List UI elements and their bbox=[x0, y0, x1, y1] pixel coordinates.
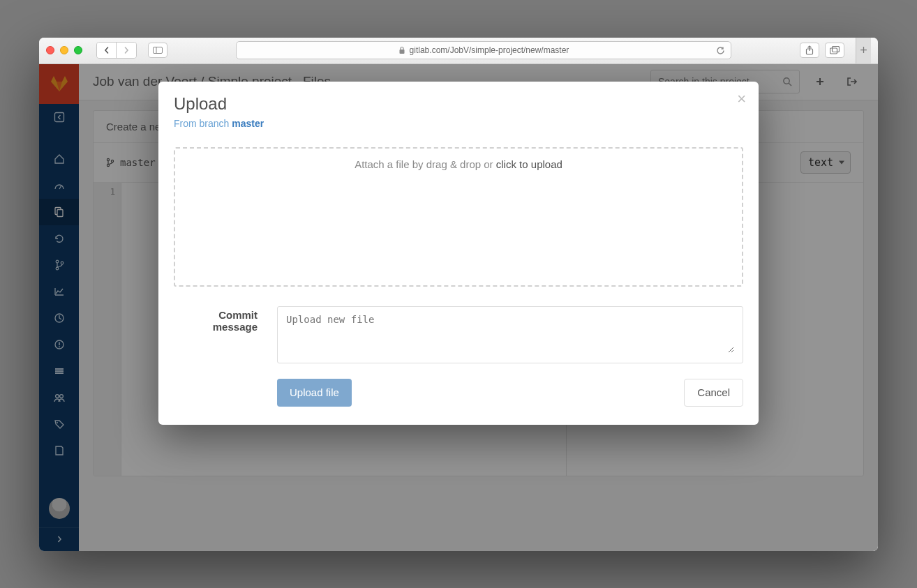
modal-subtitle: From branch master bbox=[174, 118, 743, 129]
commit-field bbox=[277, 306, 743, 363]
new-tab-button[interactable]: + bbox=[856, 38, 871, 64]
cancel-button-label: Cancel bbox=[697, 386, 730, 398]
address-bar[interactable]: gitlab.com/JobV/simple-project/new/maste… bbox=[236, 41, 731, 59]
lock-icon bbox=[398, 46, 405, 54]
commit-label: Commit message bbox=[174, 306, 258, 363]
svg-rect-0 bbox=[154, 47, 163, 54]
browser-window: gitlab.com/JobV/simple-project/new/maste… bbox=[39, 38, 878, 551]
dropzone[interactable]: Attach a file by drag & drop or click to… bbox=[174, 147, 743, 287]
back-button[interactable] bbox=[97, 43, 117, 58]
commit-input[interactable] bbox=[286, 314, 734, 353]
toolbar-right bbox=[800, 43, 844, 58]
modal-branch-prefix: From branch bbox=[174, 118, 232, 129]
upload-button[interactable]: Upload file bbox=[277, 379, 352, 407]
svg-rect-5 bbox=[833, 47, 840, 52]
close-window-button[interactable] bbox=[46, 46, 54, 54]
modal-header: Upload From branch master × bbox=[158, 82, 759, 139]
svg-rect-2 bbox=[399, 50, 404, 54]
tabs-button[interactable] bbox=[825, 43, 844, 58]
commit-row: Commit message bbox=[174, 306, 743, 363]
cancel-button[interactable]: Cancel bbox=[684, 379, 743, 407]
minimize-window-button[interactable] bbox=[60, 46, 68, 54]
modal-branch-name: master bbox=[232, 118, 264, 129]
sidebar-toggle-button[interactable] bbox=[148, 43, 167, 58]
svg-rect-4 bbox=[830, 48, 837, 54]
share-button[interactable] bbox=[800, 43, 819, 58]
modal-title: Upload bbox=[174, 94, 743, 114]
modal-body: Attach a file by drag & drop or click to… bbox=[158, 139, 759, 425]
close-icon[interactable]: × bbox=[737, 91, 746, 107]
modal-actions: Upload file Cancel bbox=[174, 379, 743, 407]
maximize-window-button[interactable] bbox=[74, 46, 82, 54]
dropzone-text: Attach a file by drag & drop or bbox=[355, 158, 496, 170]
upload-modal: Upload From branch master × Attach a fil… bbox=[158, 82, 759, 425]
upload-button-label: Upload file bbox=[290, 386, 339, 398]
mac-titlebar: gitlab.com/JobV/simple-project/new/maste… bbox=[39, 38, 878, 64]
history-nav bbox=[96, 42, 137, 59]
app: Job van der Voort / Simple project · Fil… bbox=[39, 64, 878, 551]
dropzone-link[interactable]: click to upload bbox=[496, 158, 562, 170]
window-controls bbox=[46, 46, 82, 54]
address-bar-text: gitlab.com/JobV/simple-project/new/maste… bbox=[410, 45, 569, 55]
reload-icon[interactable] bbox=[716, 46, 725, 55]
modal-container: Upload From branch master × Attach a fil… bbox=[39, 64, 878, 551]
forward-button[interactable] bbox=[117, 43, 136, 58]
